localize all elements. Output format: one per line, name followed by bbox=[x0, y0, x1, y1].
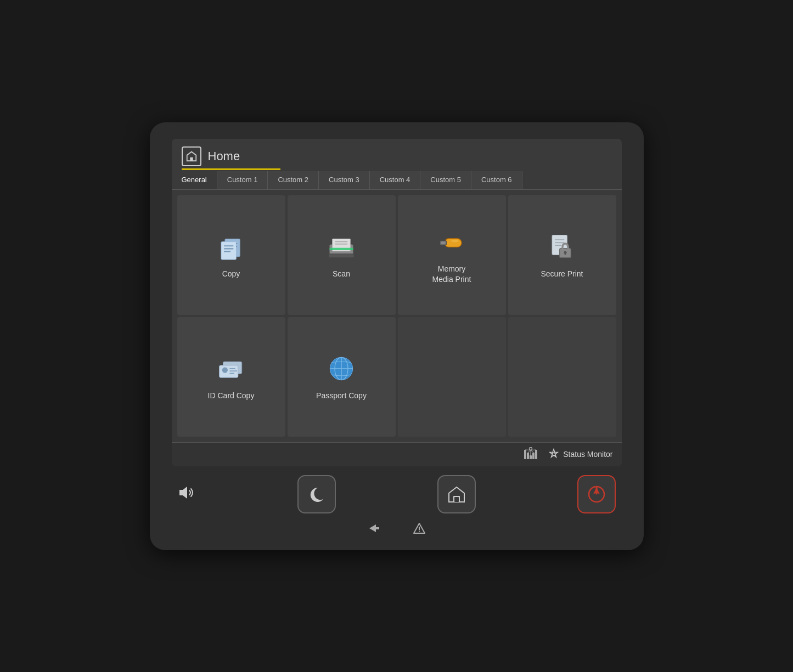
login-arrow-icon[interactable] bbox=[368, 522, 380, 537]
tab-custom5[interactable]: Custom 5 bbox=[420, 171, 471, 189]
tab-custom2[interactable]: Custom 2 bbox=[268, 171, 319, 189]
svg-line-46 bbox=[531, 450, 533, 453]
network-icon bbox=[524, 447, 538, 462]
svg-line-43 bbox=[525, 450, 531, 450]
function-grid: Copy Scan bbox=[172, 190, 622, 442]
svg-rect-39 bbox=[532, 453, 535, 459]
screen: Home General Custom 1 Custom 2 Custom 3 … bbox=[172, 139, 622, 466]
sleep-button[interactable] bbox=[297, 475, 336, 513]
home-icon bbox=[182, 146, 201, 166]
secure-print-label: Secure Print bbox=[541, 269, 583, 279]
tab-custom6[interactable]: Custom 6 bbox=[471, 171, 522, 189]
tab-custom4[interactable]: Custom 4 bbox=[370, 171, 421, 189]
tabs-bar: General Custom 1 Custom 2 Custom 3 Custo… bbox=[172, 171, 622, 190]
scan-icon bbox=[325, 230, 358, 263]
hardware-buttons bbox=[172, 473, 622, 516]
svg-rect-38 bbox=[527, 453, 529, 459]
svg-rect-14 bbox=[329, 254, 354, 258]
page-title: Home bbox=[208, 149, 240, 163]
device-body: Home General Custom 1 Custom 2 Custom 3 … bbox=[150, 122, 644, 550]
passport-copy-label: Passport Copy bbox=[316, 391, 367, 400]
svg-rect-17 bbox=[441, 241, 446, 244]
copy-icon bbox=[215, 230, 248, 263]
status-monitor-button[interactable]: Status Monitor bbox=[548, 448, 612, 460]
svg-point-59 bbox=[419, 531, 420, 532]
tab-general[interactable]: General bbox=[172, 171, 217, 189]
svg-rect-40 bbox=[524, 450, 526, 459]
passport-copy-icon bbox=[325, 352, 358, 385]
title-underline bbox=[182, 168, 280, 170]
svg-marker-50 bbox=[179, 487, 187, 499]
status-monitor-icon bbox=[548, 448, 560, 460]
tab-custom1[interactable]: Custom 1 bbox=[217, 171, 268, 189]
home-hardware-button[interactable] bbox=[437, 475, 476, 513]
svg-rect-25 bbox=[565, 253, 566, 255]
memory-media-print-button[interactable]: Memory Media Print bbox=[398, 195, 506, 315]
id-card-copy-label: ID Card Copy bbox=[208, 391, 255, 400]
svg-rect-5 bbox=[221, 242, 236, 260]
scan-label: Scan bbox=[333, 269, 350, 279]
secure-print-button[interactable]: Secure Print bbox=[508, 195, 616, 315]
screen-header: Home bbox=[172, 139, 622, 166]
svg-point-18 bbox=[451, 240, 459, 242]
volume-icon bbox=[177, 485, 196, 504]
svg-rect-0 bbox=[190, 157, 193, 160]
bottom-indicators bbox=[172, 522, 622, 539]
tab-custom3[interactable]: Custom 3 bbox=[319, 171, 370, 189]
memory-media-icon bbox=[435, 225, 468, 258]
memory-media-print-label: Memory Media Print bbox=[432, 264, 471, 284]
id-card-copy-icon bbox=[215, 352, 248, 385]
id-card-copy-button[interactable]: ID Card Copy bbox=[177, 317, 285, 437]
power-button[interactable] bbox=[577, 475, 616, 513]
svg-rect-41 bbox=[535, 450, 537, 459]
passport-copy-button[interactable]: Passport Copy bbox=[288, 317, 396, 437]
svg-point-28 bbox=[222, 368, 228, 373]
empty-cell-2 bbox=[508, 317, 616, 437]
svg-marker-56 bbox=[369, 524, 379, 532]
secure-print-icon bbox=[545, 230, 578, 263]
copy-label: Copy bbox=[222, 269, 240, 279]
scan-button[interactable]: Scan bbox=[288, 195, 396, 315]
empty-cell-1 bbox=[398, 317, 506, 437]
status-bar: Status Monitor bbox=[172, 442, 622, 466]
svg-line-44 bbox=[528, 450, 531, 453]
svg-rect-52 bbox=[454, 497, 459, 502]
svg-point-42 bbox=[530, 447, 532, 450]
copy-button[interactable]: Copy bbox=[177, 195, 285, 315]
warning-icon[interactable] bbox=[413, 522, 425, 537]
svg-rect-37 bbox=[530, 455, 532, 459]
svg-line-47 bbox=[531, 450, 536, 450]
status-monitor-label: Status Monitor bbox=[563, 450, 612, 459]
svg-rect-11 bbox=[330, 248, 353, 250]
